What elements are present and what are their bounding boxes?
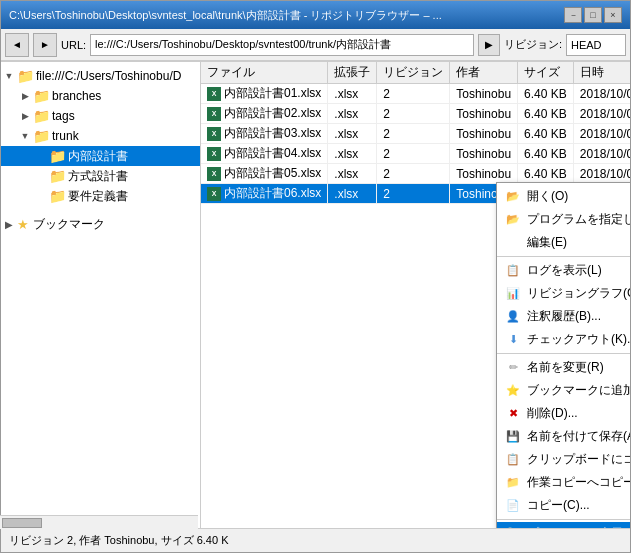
tree-item-trunk[interactable]: ▼ 📁 trunk (1, 126, 200, 146)
file-cell[interactable]: X内部設計書03.xlsx (201, 124, 328, 144)
file-cell[interactable]: X内部設計書04.xlsx (201, 144, 328, 164)
context-menu-item-rename[interactable]: ✏名前を変更(R) (497, 356, 630, 379)
file-cell[interactable]: X内部設計書06.xlsx (201, 184, 328, 204)
naibu-toggle[interactable] (33, 148, 49, 164)
size-cell: 6.40 KB (518, 124, 574, 144)
context-menu-item-open_with[interactable]: 📂プログラムを指定して開く... (497, 208, 630, 231)
table-row[interactable]: X内部設計書02.xlsx.xlsx2Toshinobu6.40 KB2018/… (201, 104, 630, 124)
context-menu-item-save_as[interactable]: 💾名前を付けて保存(A)... (497, 425, 630, 448)
tree-item-naibu[interactable]: 📁 内部設計書 (1, 146, 200, 166)
hoshiki-label: 方式設計書 (68, 168, 128, 185)
edit-icon (505, 235, 521, 251)
col-header-date[interactable]: 日時 (573, 62, 630, 84)
table-row[interactable]: X内部設計書05.xlsx.xlsx2Toshinobu6.40 KB2018/… (201, 164, 630, 184)
context-menu-item-copy[interactable]: 📄コピー(C)... (497, 494, 630, 517)
author-cell: Toshinobu (450, 124, 518, 144)
delete-icon: ✖ (505, 406, 521, 422)
tree-hscroll[interactable] (1, 515, 198, 528)
context-menu-item-properties[interactable]: 🔧プロパティを表示(W) (497, 522, 630, 528)
naibu-label: 内部設計書 (68, 148, 128, 165)
root-toggle[interactable]: ▼ (1, 68, 17, 84)
file-cell[interactable]: X内部設計書02.xlsx (201, 104, 328, 124)
context-menu-item-rev_graph[interactable]: 📊リビジョングラフ(G) (497, 282, 630, 305)
properties-icon: 🔧 (505, 526, 521, 529)
file-cell[interactable]: X内部設計書01.xlsx (201, 84, 328, 104)
bookmarks-section: ▶ ★ ブックマーク (1, 214, 200, 235)
date-cell: 2018/10/03 2 (573, 124, 630, 144)
col-header-rev[interactable]: リビジョン (377, 62, 450, 84)
rev_graph-label: リビジョングラフ(G) (527, 285, 630, 302)
context-menu-item-open[interactable]: 📂開く(O) (497, 185, 630, 208)
url-go-button[interactable]: ▶ (478, 34, 500, 56)
xlsx-icon: X (207, 147, 221, 161)
bookmark-label: ブックマークに追加 (527, 382, 630, 399)
revision-label: リビジョン: (504, 37, 562, 52)
checkout-icon: ⬇ (505, 332, 521, 348)
trunk-toggle[interactable]: ▼ (17, 128, 33, 144)
size-cell: 6.40 KB (518, 164, 574, 184)
context-menu-item-copy_clipboard[interactable]: 📋クリップボードにコピー▶ (497, 448, 630, 471)
context-menu-item-checkout[interactable]: ⬇チェックアウト(K)... (497, 328, 630, 351)
xlsx-icon: X (207, 167, 221, 181)
revision-input[interactable] (566, 34, 626, 56)
delete-label: 削除(D)... (527, 405, 578, 422)
table-row[interactable]: X内部設計書04.xlsx.xlsx2Toshinobu6.40 KB2018/… (201, 144, 630, 164)
tree-item-branches[interactable]: ▶ 📁 branches (1, 86, 200, 106)
context-menu-item-delete[interactable]: ✖削除(D)... (497, 402, 630, 425)
log-icon: 📋 (505, 263, 521, 279)
tree-item-youken[interactable]: 📁 要件定義書 (1, 186, 200, 206)
col-header-author[interactable]: 作者 (450, 62, 518, 84)
blame-icon: 👤 (505, 309, 521, 325)
ext-cell: .xlsx (328, 184, 377, 204)
table-row[interactable]: X内部設計書01.xlsx.xlsx2Toshinobu6.40 KB2018/… (201, 84, 630, 104)
date-cell: 2018/10/03 2 (573, 164, 630, 184)
context-menu-separator (497, 353, 630, 354)
save_as-label: 名前を付けて保存(A)... (527, 428, 630, 445)
tree-item-tags[interactable]: ▶ 📁 tags (1, 106, 200, 126)
back-button[interactable]: ◄ (5, 33, 29, 57)
tree-scroll-thumb[interactable] (2, 518, 42, 528)
youken-folder-icon: 📁 (49, 188, 65, 204)
maximize-button[interactable]: □ (584, 7, 602, 23)
open-icon: 📂 (505, 189, 521, 205)
ext-cell: .xlsx (328, 124, 377, 144)
author-cell: Toshinobu (450, 104, 518, 124)
tree-item-hoshiki[interactable]: 📁 方式設計書 (1, 166, 200, 186)
youken-toggle[interactable] (33, 188, 49, 204)
file-cell[interactable]: X内部設計書05.xlsx (201, 164, 328, 184)
ext-cell: .xlsx (328, 164, 377, 184)
status-bar: リビジョン 2, 作者 Toshinobu, サイズ 6.40 K (1, 528, 630, 552)
branches-folder-icon: 📁 (33, 88, 49, 104)
forward-button[interactable]: ► (33, 33, 57, 57)
go-icon: ▶ (485, 39, 493, 50)
branches-toggle[interactable]: ▶ (17, 88, 33, 104)
context-menu-item-blame[interactable]: 👤注釈履歴(B)... (497, 305, 630, 328)
rev_graph-icon: 📊 (505, 286, 521, 302)
bookmark-icon: ⭐ (505, 383, 521, 399)
tags-toggle[interactable]: ▶ (17, 108, 33, 124)
save_as-icon: 💾 (505, 429, 521, 445)
naibu-folder-icon: 📁 (49, 148, 65, 164)
context-menu-item-edit[interactable]: 編集(E) (497, 231, 630, 254)
tree-root[interactable]: ▼ 📁 file:///C:/Users/Toshinobu/D (1, 66, 200, 86)
copy_clipboard-icon: 📋 (505, 452, 521, 468)
table-row[interactable]: X内部設計書03.xlsx.xlsx2Toshinobu6.40 KB2018/… (201, 124, 630, 144)
col-header-ext[interactable]: 拡張子 (328, 62, 377, 84)
hoshiki-toggle[interactable] (33, 168, 49, 184)
date-cell: 2018/10/03 2 (573, 104, 630, 124)
minimize-button[interactable]: － (564, 7, 582, 23)
branches-label: branches (52, 89, 101, 103)
window-controls: － □ × (564, 7, 622, 23)
url-input[interactable] (90, 34, 474, 56)
open_with-icon: 📂 (505, 212, 521, 228)
url-bar: URL: ▶ (61, 34, 500, 56)
context-menu-item-log[interactable]: 📋ログを表示(L) (497, 259, 630, 282)
context-menu-item-bookmark[interactable]: ⭐ブックマークに追加 (497, 379, 630, 402)
context-menu-item-copy_work[interactable]: 📁作業コピーへコピー... (497, 471, 630, 494)
author-cell: Toshinobu (450, 144, 518, 164)
close-button[interactable]: × (604, 7, 622, 23)
copy-icon: 📄 (505, 498, 521, 514)
col-header-size[interactable]: サイズ (518, 62, 574, 84)
col-header-file[interactable]: ファイル (201, 62, 328, 84)
rev-cell: 2 (377, 184, 450, 204)
